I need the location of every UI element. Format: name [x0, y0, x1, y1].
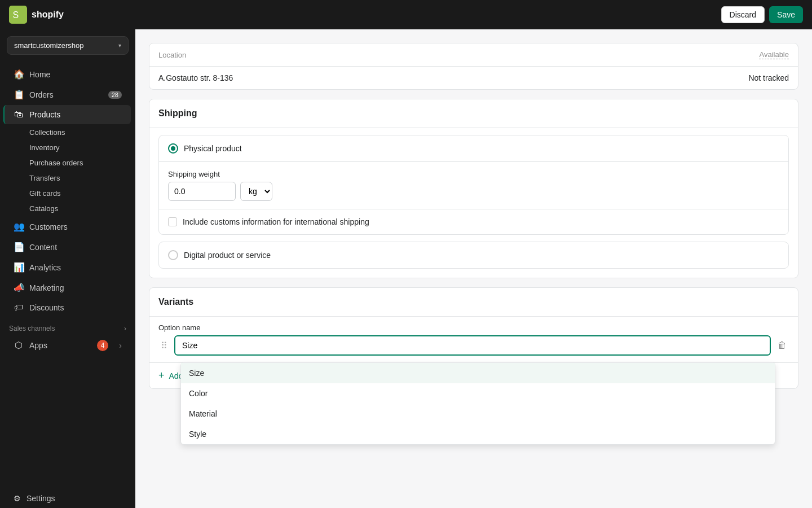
- dropdown-item-color[interactable]: Color: [181, 383, 775, 404]
- sidebar-item-label: Discounts: [29, 303, 64, 312]
- discounts-icon: 🏷: [14, 303, 24, 313]
- products-icon: 🛍: [14, 110, 24, 120]
- discard-button[interactable]: Discard: [721, 6, 765, 23]
- option-name-input[interactable]: [174, 335, 771, 356]
- topbar-actions: Discard Save: [721, 6, 803, 23]
- physical-radio[interactable]: [168, 143, 178, 154]
- customs-label: Include customs information for internat…: [183, 217, 369, 226]
- sidebar-item-discounts[interactable]: 🏷 Discounts: [5, 298, 131, 317]
- sidebar: smartcustomizershop ▾ 🏠 Home 📋 Orders 28…: [0, 29, 135, 508]
- save-button[interactable]: Save: [769, 6, 803, 23]
- location-col-header: Location: [158, 51, 186, 59]
- sidebar-item-settings[interactable]: ⚙ Settings: [5, 489, 131, 507]
- topbar: S shopify Discard Save: [0, 0, 812, 29]
- shipping-title: Shipping: [149, 99, 798, 128]
- sidebar-item-orders[interactable]: 📋 Orders 28: [5, 85, 131, 104]
- dropdown-item-style[interactable]: Style: [181, 424, 775, 444]
- apps-label: Apps: [29, 341, 47, 350]
- sidebar-item-customers[interactable]: 👥 Customers: [5, 217, 131, 237]
- sidebar-item-marketing[interactable]: 📣 Marketing: [5, 278, 131, 297]
- available-status: Not tracked: [748, 73, 789, 82]
- sidebar-item-apps[interactable]: ⬡ Apps 4 ›: [5, 335, 131, 355]
- apps-badge: 4: [97, 340, 108, 351]
- sidebar-item-content[interactable]: 📄 Content: [5, 237, 131, 257]
- sidebar-subitem-purchase-orders[interactable]: Purchase orders: [5, 155, 131, 170]
- transfers-label: Transfers: [29, 174, 60, 182]
- customs-checkbox[interactable]: [168, 217, 177, 226]
- option-row: ⠿ 🗑 Size Color Material Style: [149, 335, 798, 362]
- sidebar-subitem-inventory[interactable]: Inventory: [5, 140, 131, 155]
- location-header: Location Available: [149, 43, 798, 67]
- orders-icon: 📋: [14, 89, 24, 100]
- sales-channels-label: Sales channels: [9, 325, 55, 332]
- purchase-orders-label: Purchase orders: [29, 159, 83, 167]
- option-name-label: Option name: [149, 317, 798, 332]
- sidebar-item-products[interactable]: 🛍 Products: [3, 105, 131, 124]
- variants-title: Variants: [149, 288, 798, 317]
- brand-name: shopify: [32, 10, 64, 20]
- weight-input[interactable]: [168, 182, 236, 201]
- dropdown-item-material[interactable]: Material: [181, 404, 775, 424]
- marketing-icon: 📣: [14, 282, 24, 293]
- physical-option-header[interactable]: Physical product: [159, 135, 788, 162]
- digital-option-header[interactable]: Digital product or service: [159, 242, 788, 268]
- chevron-right-icon: ›: [119, 341, 122, 350]
- sidebar-item-analytics[interactable]: 📊 Analytics: [5, 257, 131, 277]
- plus-icon: +: [158, 370, 165, 382]
- sidebar-item-label: Marketing: [29, 283, 64, 292]
- sidebar-subitem-collections[interactable]: Collections: [5, 125, 131, 140]
- sidebar-item-label: Customers: [29, 222, 68, 231]
- svg-text:S: S: [12, 10, 19, 20]
- inventory-label: Inventory: [29, 143, 59, 152]
- orders-badge: 28: [108, 91, 122, 99]
- drag-handle-icon[interactable]: ⠿: [158, 338, 170, 353]
- content-icon: 📄: [14, 242, 24, 252]
- brand-logo: S shopify: [9, 6, 64, 24]
- shipping-option-body: Shipping weight kg lb oz g: [159, 162, 788, 209]
- sidebar-item-label: Content: [29, 243, 57, 252]
- sidebar-item-label: Products: [29, 110, 60, 119]
- location-card: Location Available A.Gostauto str. 8-136…: [149, 43, 798, 90]
- weight-unit-select[interactable]: kg lb oz g: [240, 182, 272, 201]
- store-name: smartcustomizershop: [14, 41, 84, 50]
- sidebar-item-label: Orders: [29, 90, 54, 99]
- gift-cards-label: Gift cards: [29, 189, 61, 198]
- nav-section-main: 🏠 Home 📋 Orders 28 🛍 Products Collection…: [0, 62, 135, 320]
- analytics-icon: 📊: [14, 262, 24, 273]
- chevron-right-icon: ›: [124, 325, 126, 332]
- store-selector[interactable]: smartcustomizershop ▾: [7, 36, 129, 55]
- sidebar-item-label: Home: [29, 70, 50, 79]
- sidebar-subitem-gift-cards[interactable]: Gift cards: [5, 186, 131, 201]
- customs-row: Include customs information for internat…: [159, 209, 788, 234]
- apps-icon: ⬡: [14, 340, 24, 351]
- settings-label: Settings: [27, 494, 55, 503]
- option-dropdown: Size Color Material Style: [180, 362, 775, 445]
- weight-label: Shipping weight: [168, 170, 779, 178]
- main-content: Location Available A.Gostauto str. 8-136…: [135, 29, 812, 508]
- weight-input-group: kg lb oz g: [168, 182, 779, 201]
- digital-radio[interactable]: [168, 250, 178, 260]
- physical-product-option: Physical product Shipping weight kg lb o…: [158, 135, 789, 235]
- layout: smartcustomizershop ▾ 🏠 Home 📋 Orders 28…: [0, 29, 812, 508]
- digital-label: Digital product or service: [184, 251, 271, 260]
- location-name: A.Gostauto str. 8-136: [158, 73, 233, 82]
- customers-icon: 👥: [14, 221, 24, 232]
- digital-product-option: Digital product or service: [158, 242, 789, 269]
- chevron-down-icon: ▾: [118, 42, 121, 49]
- sidebar-subitem-transfers[interactable]: Transfers: [5, 170, 131, 186]
- sales-channels-section[interactable]: Sales channels ›: [0, 320, 135, 335]
- sidebar-item-home[interactable]: 🏠 Home: [5, 64, 131, 84]
- physical-label: Physical product: [184, 144, 242, 153]
- available-col-header: Available: [759, 50, 789, 59]
- sidebar-item-label: Analytics: [29, 263, 61, 272]
- shipping-card: Shipping Physical product Shipping weigh…: [149, 99, 798, 278]
- dropdown-item-size[interactable]: Size: [181, 363, 775, 383]
- settings-icon: ⚙: [14, 494, 21, 503]
- home-icon: 🏠: [14, 69, 24, 80]
- catalogs-label: Catalogs: [29, 204, 58, 213]
- location-row: A.Gostauto str. 8-136 Not tracked: [149, 67, 798, 89]
- sidebar-subitem-catalogs[interactable]: Catalogs: [5, 201, 131, 216]
- collections-label: Collections: [29, 128, 65, 137]
- delete-icon[interactable]: 🗑: [775, 338, 789, 353]
- variants-card: Variants Option name ⠿ 🗑 Size Color Mate…: [149, 287, 798, 389]
